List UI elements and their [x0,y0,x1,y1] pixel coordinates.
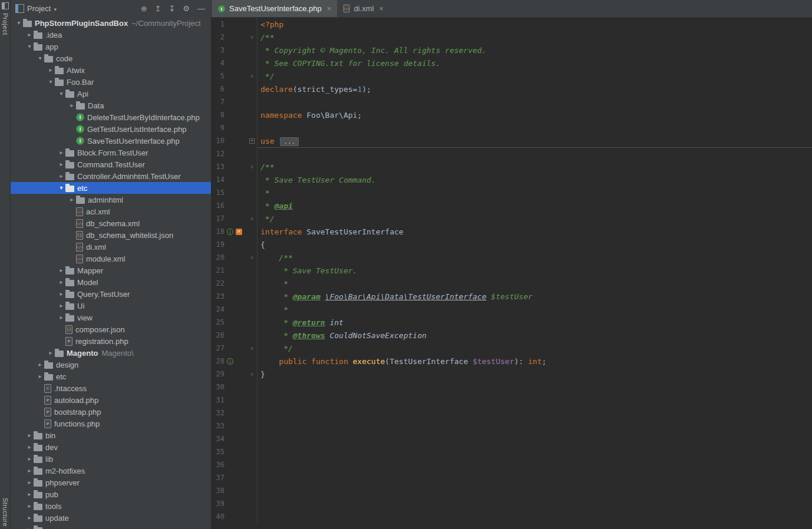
chevron-right-icon[interactable]: ▸ [68,103,76,108]
implemented-gutter-icon[interactable] [227,358,233,365]
tree-row-module.xml[interactable]: module.xml [11,253,211,264]
implemented-gutter-icon[interactable] [227,229,233,235]
chevron-down-icon[interactable]: ▾ [15,20,23,26]
tree-row-lib[interactable]: ▸lib [11,453,211,465]
tree-row-app[interactable]: ▾app [11,41,211,52]
tree-row-Atwix[interactable]: ▸Atwix [11,64,211,76]
fold-down-icon[interactable]: ∨ [247,251,258,264]
chevron-right-icon[interactable]: ▸ [25,527,34,529]
fold-box-icon[interactable]: + [247,134,258,147]
fold-up-icon[interactable]: ∧ [247,368,258,381]
tree-row-code[interactable]: ▾code [11,52,211,64]
plugin-gutter-icon[interactable] [236,229,242,235]
expand-all-icon[interactable]: ↥ [155,5,161,12]
chevron-right-icon[interactable]: ▸ [57,291,65,297]
tree-row-Ui[interactable]: ▸Ui [11,300,211,312]
editor-lines[interactable]: 1<?php2∨/**3 * Copyright © Magento, Inc.… [212,18,812,529]
fold-up-icon[interactable]: ∧ [247,70,258,82]
chevron-right-icon[interactable]: ▸ [47,350,55,356]
project-view-selector[interactable]: Project [27,4,51,13]
tree-row-etc[interactable]: ▸etc [11,371,211,382]
tree-row-m2-hotfixes[interactable]: ▸m2-hotfixes [11,465,211,477]
tree-row-Mapper[interactable]: ▸Mapper [11,264,211,276]
chevron-right-icon[interactable]: ▸ [25,515,34,521]
tree-row-functions.php[interactable]: functions.php [11,418,211,429]
chevron-right-icon[interactable]: ▸ [57,315,65,320]
chevron-down-icon[interactable]: ▾ [36,55,44,61]
settings-icon[interactable]: ⚙ [183,5,190,12]
chevron-right-icon[interactable]: ▸ [25,432,34,438]
chevron-right-icon[interactable]: ▸ [25,468,34,474]
tree-row-bin[interactable]: ▸bin [11,429,211,441]
chevron-right-icon[interactable]: ▸ [25,503,34,509]
tree-row-update[interactable]: ▸update [11,512,211,524]
chevron-right-icon[interactable]: ▸ [57,279,65,285]
tree-row-etc[interactable]: ▾etc [11,182,211,194]
chevron-right-icon[interactable]: ▸ [57,173,65,179]
tree-row-.idea[interactable]: ▸.idea [11,29,211,41]
tree-row-Block.Form.TestUser[interactable]: ▸Block.Form.TestUser [11,147,211,158]
locate-icon[interactable]: ⊕ [141,5,147,12]
close-icon[interactable]: × [327,4,332,13]
tab-di.xml[interactable]: di.xml× [337,0,390,17]
tree-row-dev[interactable]: ▸dev [11,441,211,453]
tree-row-Data[interactable]: ▸Data [11,100,211,111]
tree-row-SaveTestUserInterface.php[interactable]: SaveTestUserInterface.php [11,135,211,147]
chevron-right-icon[interactable]: ▸ [57,150,65,156]
tree-row-adminhtml[interactable]: ▸adminhtml [11,194,211,206]
tree-row-pub[interactable]: ▸pub [11,488,211,500]
chevron-right-icon[interactable]: ▸ [25,32,34,38]
tree-row-registration.php[interactable]: registration.php [11,335,211,347]
tree-row-PhpStormPluginSandBox[interactable]: ▾PhpStormPluginSandBox~/CommunityProject [11,17,211,29]
chevron-right-icon[interactable]: ▸ [25,491,34,497]
tree-row-.htaccess[interactable]: .htaccess [11,382,211,394]
tree-row-di.xml[interactable]: di.xml [11,241,211,253]
tree-row-tools[interactable]: ▸tools [11,500,211,512]
tree-row-Api[interactable]: ▾Api [11,88,211,100]
chevron-right-icon[interactable]: ▸ [25,456,34,462]
collapse-all-icon[interactable]: ↧ [169,5,175,12]
tree-row-bootstrap.php[interactable]: bootstrap.php [11,406,211,418]
tree-row-clipped[interactable]: ▸ [11,524,211,529]
chevron-right-icon[interactable]: ▸ [25,480,34,485]
fold-down-icon[interactable]: ∨ [247,31,258,44]
fold-up-icon[interactable]: ∧ [247,212,258,225]
chevron-right-icon[interactable]: ▸ [68,197,76,203]
tree-row-db_schema.xml[interactable]: db_schema.xml [11,217,211,229]
stripe-button-structure[interactable]: Structure [2,498,9,527]
chevron-right-icon[interactable]: ▸ [57,161,65,167]
chevron-down-icon[interactable]: ▾ [57,185,65,191]
fold-up-icon[interactable]: ∧ [247,342,258,355]
chevron-right-icon[interactable]: ▸ [57,303,65,309]
tree-row-Controller.Adminhtml.TestUser[interactable]: ▸Controller.Adminhtml.TestUser [11,170,211,182]
tree-row-autoload.php[interactable]: autoload.php [11,394,211,406]
tree-row-Model[interactable]: ▸Model [11,276,211,288]
tree-row-Foo.Bar[interactable]: ▾Foo.Bar [11,76,211,88]
chevron-right-icon[interactable]: ▸ [47,67,55,73]
chevron-right-icon[interactable]: ▸ [25,444,34,450]
chevron-right-icon[interactable]: ▸ [57,267,65,273]
tree-row-design[interactable]: ▸design [11,359,211,371]
tree-row-Magento[interactable]: ▸MagentoMagento\ [11,347,211,359]
chevron-down-icon[interactable]: ▾ [47,79,55,85]
folded-region-icon[interactable]: + [249,138,255,144]
tree-row-composer.json[interactable]: composer.json [11,323,211,335]
tree-row-Command.TestUser[interactable]: ▸Command.TestUser [11,158,211,170]
close-icon[interactable]: × [379,4,384,13]
tree-row-DeleteTestUserByIdInterface.php[interactable]: DeleteTestUserByIdInterface.php [11,111,211,123]
tree-row-acl.xml[interactable]: acl.xml [11,206,211,217]
tree-row-GetTestUserListInterface.php[interactable]: GetTestUserListInterface.php [11,123,211,135]
tree-row-db_schema_whitelist.json[interactable]: db_schema_whitelist.json [11,229,211,241]
stripe-button-project[interactable]: Project [2,13,9,35]
chevron-down-icon[interactable]: ▾ [25,44,34,49]
fold-down-icon[interactable]: ∨ [247,160,258,173]
chevron-down-icon[interactable]: ▾ [54,6,57,12]
tree-row-view[interactable]: ▸view [11,312,211,323]
hide-icon[interactable]: — [197,5,205,12]
chevron-down-icon[interactable]: ▾ [57,91,65,97]
tree-row-phpserver[interactable]: ▸phpserver [11,477,211,488]
chevron-right-icon[interactable]: ▸ [36,373,44,379]
tab-SaveTestUserInterface.php[interactable]: SaveTestUserInterface.php× [212,0,337,17]
project-tool-window-icon[interactable] [2,2,9,9]
tree-row-Query.TestUser[interactable]: ▸Query.TestUser [11,288,211,300]
